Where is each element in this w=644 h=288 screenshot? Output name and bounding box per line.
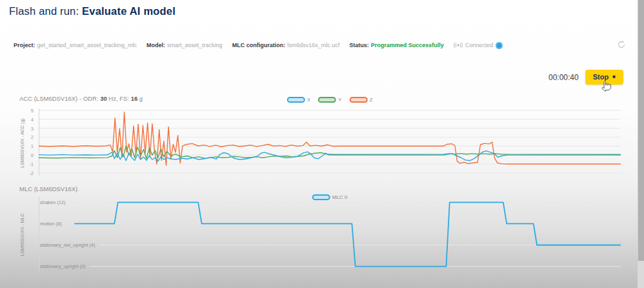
- connection-indicator: Connected: [454, 41, 503, 49]
- acc-tick--1: -1: [0, 161, 34, 167]
- vertical-scrollbar[interactable]: [638, 0, 644, 288]
- connection-toggle[interactable]: [496, 42, 503, 49]
- mlc-configuration-info: MLC configuration: lsm6dsv16x_mlc.ucf: [232, 42, 340, 48]
- acc-tick-2: 2: [0, 134, 34, 140]
- mlc-chart-title: MLC (LSM6DSV16X): [19, 185, 77, 192]
- refresh-icon[interactable]: [617, 40, 626, 52]
- stop-square-icon: ■: [612, 74, 616, 79]
- stop-button-label: Stop: [593, 73, 609, 81]
- status-value: Programmed Successfully: [371, 42, 444, 48]
- mlc-tick-stationary-upright-0-: stationary_upright (0): [40, 263, 86, 269]
- legend-item-y[interactable]: Y: [318, 97, 341, 103]
- project-info: Project: get_started_smart_asset_trackin…: [14, 42, 137, 48]
- model-label: Model:: [146, 42, 165, 48]
- elapsed-timer: 00:00:40: [548, 73, 579, 82]
- scrollbar-thumb[interactable]: [638, 0, 644, 261]
- page-title-emphasis: Evaluate AI model: [82, 5, 176, 17]
- antenna-icon: [454, 41, 463, 49]
- legend-item-z[interactable]: Z: [349, 97, 372, 103]
- acc-chart-legend: XYZ: [287, 97, 373, 103]
- model-info: Model: smart_asset_tracking: [146, 42, 223, 48]
- status-info: Status: Programmed Successfully: [349, 42, 444, 48]
- mlc-chart-plot[interactable]: shaken (12)motion (8)stationary_not_upri…: [39, 197, 621, 271]
- project-label: Project:: [14, 42, 35, 48]
- acc-tick--2: -2: [0, 170, 34, 176]
- mlc-tick-motion-8-: motion (8): [40, 221, 62, 227]
- acc-chart-plot[interactable]: [39, 108, 621, 176]
- acc-tick-3: 3: [0, 126, 34, 132]
- mlc-tick-shaken-12-: shaken (12): [40, 200, 66, 205]
- mlc-configuration-label: MLC configuration:: [232, 42, 286, 48]
- stop-button[interactable]: Stop ■: [585, 70, 623, 85]
- acc-tick-4: 4: [0, 117, 34, 123]
- configuration-info-bar: Project: get_started_smart_asset_trackin…: [14, 41, 503, 49]
- flash-and-run-page: { "page": { "title_prefix": "Flash and r…: [0, 0, 644, 288]
- acc-tick-5: 5: [0, 108, 34, 114]
- acc-tick-1: 1: [0, 143, 34, 149]
- run-controls: 00:00:40 Stop ■: [0, 70, 623, 85]
- mlc-y-axis-label: LSM6DSV16X - MLC: [20, 211, 25, 260]
- connected-label: Connected: [465, 42, 494, 48]
- acc-y-axis-ticks: 543210-1-2: [0, 108, 36, 176]
- page-title: Flash and run: Evaluate AI model: [9, 5, 176, 17]
- status-label: Status:: [349, 42, 369, 48]
- acc-chart-title: ACC (LSM6DSV16X) - ODR: 30 Hz, FS: 16 g: [19, 95, 143, 102]
- acc-tick-0: 0: [0, 152, 34, 158]
- model-value: smart_asset_tracking: [167, 42, 223, 48]
- legend-item-x[interactable]: X: [287, 97, 310, 103]
- mlc-configuration-value: lsm6dsv16x_mlc.ucf: [287, 42, 339, 48]
- mlc-tick-stationary-not-upright-4-: stationary_not_upright (4): [40, 242, 95, 248]
- project-value: get_started_smart_asset_tracking_mlc: [37, 42, 137, 48]
